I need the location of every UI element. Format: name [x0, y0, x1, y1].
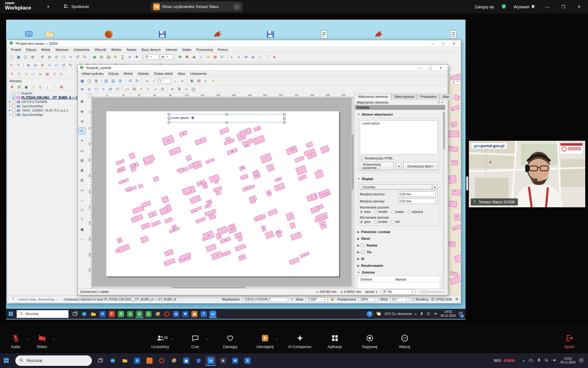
layout-menu-dodaj-obiekt[interactable]: Dodaj obiekt	[152, 71, 175, 76]
toolbar-icon[interactable]: ▽	[264, 54, 270, 60]
layout-tool-4[interactable]: ⌖	[78, 137, 86, 144]
minimize-button[interactable]: —	[415, 65, 425, 71]
firefox-icon[interactable]	[144, 355, 155, 366]
toolbar-icon[interactable]: ⊞	[117, 78, 123, 84]
toolbar-icon[interactable]: ⊠	[196, 78, 202, 84]
layout-tool-11[interactable]: ◇	[78, 206, 86, 213]
toolbar-icon[interactable]: ✱	[9, 84, 15, 90]
toolbar-icon[interactable]: ▭	[124, 86, 130, 92]
clock[interactable]: 14:5305.11.2024	[441, 310, 456, 318]
rotation-field[interactable]: 0,0 °▲▼	[390, 297, 409, 302]
scale-field[interactable]: 1:2367▼	[306, 297, 328, 302]
qgis-menu-warstwa[interactable]: Warstwa	[53, 47, 71, 52]
selection-handle[interactable]	[283, 113, 285, 115]
layout-tool-12[interactable]: ⌗	[78, 216, 86, 223]
toolbar-icon[interactable]: ●	[271, 54, 277, 60]
layout-tool-6[interactable]: ⊞	[78, 157, 86, 164]
layout-tool-10[interactable]: →	[78, 196, 86, 203]
toolbar-icon[interactable]: ⊞	[16, 84, 22, 90]
valign-środek[interactable]: środek	[374, 220, 387, 224]
toolbar-icon[interactable]: ↑	[51, 84, 58, 90]
minimize-button[interactable]: —	[543, 4, 552, 9]
toolbar-icon[interactable]: ▤	[103, 78, 109, 84]
halign-lewa[interactable]: lewa	[360, 210, 371, 213]
toolbar-icon[interactable]: ◫	[22, 54, 29, 60]
tray-chevron-icon[interactable]: ∧	[522, 359, 525, 362]
halign-wyjustuj[interactable]: wyjustuj	[408, 210, 423, 213]
start-button[interactable]	[7, 310, 15, 318]
network-icon[interactable]	[545, 358, 549, 363]
layout-menu-uk-ad-wydruku[interactable]: Układ wydruku	[79, 71, 106, 76]
toolbar-icon[interactable]: ε	[37, 84, 43, 90]
toolbar-icon[interactable]: ✥	[39, 54, 46, 60]
dragon-icon[interactable]	[372, 28, 385, 40]
toolbar-icon[interactable]: ⇅	[176, 86, 183, 92]
tray-chevron-icon[interactable]: ∧	[415, 312, 417, 316]
toolbar-icon[interactable]: ›	[172, 78, 178, 84]
toolbar-icon[interactable]: ⊕	[46, 54, 53, 60]
layer-row[interactable]: ▼OpenStreetMap	[8, 113, 79, 117]
zoom-combo[interactable]: 87.3%▼	[382, 289, 415, 294]
toolbar-icon[interactable]: ε	[236, 54, 242, 60]
app-icon[interactable]: ▤	[190, 310, 198, 318]
zoom-tool-aplikacje[interactable]: Aplikacje	[322, 334, 348, 353]
layout-tool-0[interactable]: ✥	[78, 98, 86, 105]
layout-tool-8[interactable]: ≣	[78, 176, 86, 184]
toolbar-icon[interactable]: ▥	[110, 78, 116, 84]
toolbar-icon[interactable]: ↓	[44, 84, 51, 90]
props-tab-1[interactable]: Układ wydruku	[391, 94, 417, 100]
toolbar-icon[interactable]: ▱	[152, 86, 159, 92]
expand-icon[interactable]: ▼	[9, 114, 11, 116]
weather-icon[interactable]	[375, 311, 382, 317]
help-icon[interactable]: ?	[367, 311, 373, 317]
toolbar-icon[interactable]: ▣	[15, 54, 22, 60]
qgis-menu-edycja[interactable]: Edycja	[24, 47, 39, 52]
zoom-tool-nagrywaj[interactable]: Nagrywaj	[356, 334, 383, 353]
selection-handle[interactable]	[283, 121, 285, 124]
layer-row[interactable]: ✓PL.PZGiK.238.2461__OT_BUBD_A — OT_BU	[8, 95, 79, 100]
selection-handle[interactable]	[226, 113, 228, 115]
selection-handle[interactable]	[168, 121, 170, 124]
toolbar-icon[interactable]: ◇	[198, 54, 204, 60]
section-variables[interactable]: ▼Zmienne	[355, 269, 443, 276]
folder-icon[interactable]	[43, 28, 56, 40]
selection-handle[interactable]	[226, 121, 228, 124]
zoom-tool-ai-companion[interactable]: AI Companion	[287, 334, 313, 353]
toolbar-icon[interactable]: ⌖	[100, 86, 107, 92]
task-view-icon[interactable]	[71, 310, 79, 318]
qgis-icon[interactable]: Q	[145, 310, 153, 318]
layer-row[interactable]: ▼OpenStreetMap	[8, 104, 79, 108]
restore-button[interactable]: ❐	[559, 4, 568, 9]
close-button[interactable]: ✕	[575, 4, 584, 9]
word-icon[interactable]: W	[181, 310, 189, 318]
toolbar-icon[interactable]: ◉	[23, 84, 29, 90]
qgis-menu-pomoc[interactable]: Pomoc	[215, 47, 231, 52]
toolbar-icon[interactable]: ✦	[138, 86, 145, 92]
page-number-spin[interactable]: 1▲▼	[158, 78, 171, 84]
chevron-up-icon[interactable]: ^	[206, 338, 208, 342]
zoom-tool-czat[interactable]: Czat^	[182, 334, 208, 353]
toolbar-icon[interactable]: ↺	[74, 54, 81, 60]
qgis-menu-wtyczki[interactable]: Wtyczki	[92, 47, 109, 52]
toolbar-icon[interactable]: ↻	[134, 78, 140, 84]
app-icon[interactable]: N	[218, 355, 228, 366]
more-options-icon[interactable]: ⋯	[233, 3, 240, 10]
explorer-icon[interactable]	[120, 355, 130, 366]
toolbar-icon[interactable]: ≣	[93, 78, 100, 84]
toolbar-icon[interactable]: ⊖	[32, 62, 39, 68]
defender-icon[interactable]	[193, 355, 204, 366]
section-main-properties[interactable]: ▼Główne właściwości	[355, 111, 443, 118]
zoom-app-icon[interactable]: zm	[209, 310, 217, 318]
qgis-menu-internet[interactable]: Internet	[163, 47, 179, 52]
layer-row[interactable]: ▶79044_1300867_M-34-75-C-a-1-3	[8, 108, 79, 113]
toolbar-icon[interactable]: ⇄	[243, 54, 249, 60]
layout-tool-3[interactable]: ↖	[78, 127, 86, 135]
word-icon[interactable]: W	[230, 355, 240, 366]
chevron-up-icon[interactable]: ^	[276, 338, 277, 342]
layout-menu-ustawienia[interactable]: Ustawienia	[188, 71, 209, 76]
render-html-checkbox[interactable]: Renderuj jako HTML	[360, 157, 438, 160]
toolbar-icon[interactable]: ⊕	[79, 86, 85, 92]
toolbar-icon[interactable]: ⊠	[58, 84, 65, 90]
layer-row[interactable]: ▶ORTOFOTOMAPA	[8, 100, 79, 104]
edge-icon[interactable]	[107, 355, 118, 366]
